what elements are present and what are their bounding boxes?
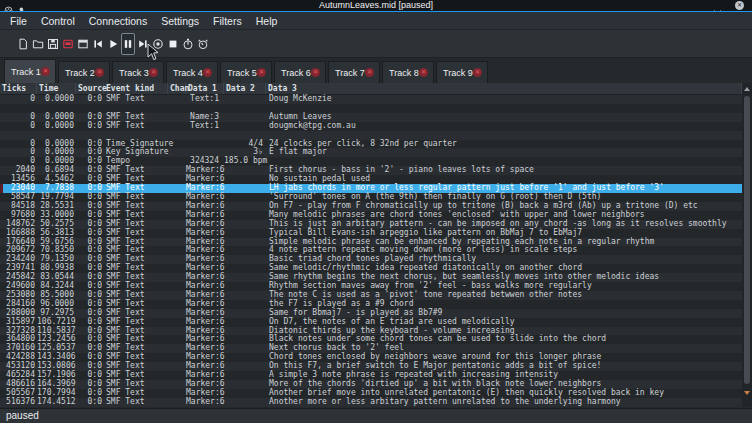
column-header-chan[interactable]: Chan <box>168 83 186 94</box>
tab-close-icon[interactable]: ✕ <box>203 68 212 77</box>
cell <box>224 255 266 264</box>
tab-label: Track 4 <box>167 68 203 78</box>
open-folder-icon <box>32 38 44 50</box>
cell <box>168 166 186 175</box>
player-window-icon <box>77 38 89 50</box>
status-text: paused <box>6 410 39 421</box>
save-file-button[interactable] <box>46 33 60 55</box>
tab-close-icon[interactable]: ✕ <box>473 68 482 77</box>
vertical-scrollbar[interactable] <box>742 83 752 407</box>
title-bar[interactable]: AutumnLeaves.mid [paused] ✕ <box>0 0 752 11</box>
column-header-data1[interactable]: Data 1 <box>186 83 224 94</box>
app-window: AutumnLeaves.mid [paused] ✕ FileControlC… <box>0 0 752 423</box>
tab-track-6[interactable]: Track 6✕ <box>274 61 326 83</box>
cell <box>168 353 186 362</box>
pause-button[interactable] <box>121 33 135 55</box>
tab-label: Track 7 <box>329 68 365 78</box>
window-title: AutumnLeaves.mid [paused] <box>0 0 752 11</box>
table-row[interactable]: 516376174.45120:0SMF TextMarker:6Another… <box>0 398 742 407</box>
play-button[interactable] <box>106 33 120 55</box>
scroll-down-icon[interactable] <box>744 391 750 395</box>
tab-close-icon[interactable]: ✕ <box>95 68 104 77</box>
metronome-button[interactable] <box>196 33 210 55</box>
cell <box>168 202 186 211</box>
tab-close-icon[interactable]: ✕ <box>419 68 428 77</box>
cell <box>168 380 186 389</box>
cell: Text:1 <box>186 122 224 131</box>
scroll-up-icon[interactable] <box>744 87 750 91</box>
cell: SMF Text <box>104 122 168 131</box>
cell: Doug McKenzie <box>266 95 742 104</box>
menu-connections[interactable]: Connections <box>82 12 154 30</box>
stop-icon <box>167 38 179 50</box>
play-icon <box>107 38 119 50</box>
skip-backward-button[interactable] <box>91 33 105 55</box>
menu-file[interactable]: File <box>3 12 34 30</box>
tab-close-icon[interactable]: ✕ <box>311 68 320 77</box>
menu-filters[interactable]: Filters <box>206 12 249 30</box>
tab-track-7[interactable]: Track 7✕ <box>328 61 380 83</box>
tab-track-9[interactable]: Track 9✕ <box>436 61 488 83</box>
tab-track-1[interactable]: Track 1✕ <box>4 59 56 83</box>
menu-help[interactable]: Help <box>249 12 285 30</box>
cell <box>168 264 186 273</box>
panic-button[interactable] <box>61 33 75 55</box>
table-row[interactable]: 00.00000:0SMF TextText:1dougmck@tpg.com.… <box>0 122 742 131</box>
close-icon[interactable]: ✕ <box>735 1 744 10</box>
column-header-source[interactable]: Source <box>76 83 104 94</box>
cell <box>168 362 186 371</box>
column-header-data2[interactable]: Data 2 <box>224 83 266 94</box>
cell: 185.0 bpm <box>224 157 266 166</box>
tab-label: Track 8 <box>383 68 419 78</box>
cell <box>224 104 266 113</box>
tab-close-icon[interactable]: ✕ <box>365 68 374 77</box>
player-window-button[interactable] <box>76 33 90 55</box>
table-row[interactable]: 00.00000:0SMF TextText:1Doug McKenzie <box>0 95 742 104</box>
stopwatch-button[interactable] <box>181 33 195 55</box>
mouse-cursor <box>147 44 159 61</box>
cell <box>224 344 266 353</box>
cell: 0.0000 <box>37 122 76 131</box>
column-header-event-kind[interactable]: Event kind <box>104 83 168 94</box>
column-header-time[interactable]: Time <box>37 83 76 94</box>
cell <box>224 122 266 131</box>
menu-settings[interactable]: Settings <box>154 12 206 30</box>
save-icon <box>47 38 59 50</box>
new-file-button[interactable] <box>16 33 30 55</box>
cell: 0:0 <box>76 398 104 407</box>
cell: 0:0 <box>76 122 104 131</box>
cell: 516376 <box>0 398 37 407</box>
cell: 24 clocks per click, 8 32nd per quarter <box>266 140 742 149</box>
cell <box>168 175 186 184</box>
cell: 0.0000 <box>37 95 76 104</box>
cell <box>168 255 186 264</box>
tab-label: Track 6 <box>275 68 311 78</box>
cell: Marker:6 <box>186 398 224 407</box>
cell <box>224 353 266 362</box>
toolbar <box>0 30 752 58</box>
open-file-button[interactable] <box>31 33 45 55</box>
cell <box>224 113 266 122</box>
tab-close-icon[interactable]: ✕ <box>149 68 158 77</box>
column-header-data3[interactable]: Data 3 <box>266 83 742 94</box>
stop-button[interactable] <box>166 33 180 55</box>
cell: 0 <box>0 122 37 131</box>
tab-track-3[interactable]: Track 3✕ <box>112 61 164 83</box>
cell <box>224 318 266 327</box>
tab-track-5[interactable]: Track 5✕ <box>220 61 272 83</box>
tab-close-icon[interactable]: ✕ <box>41 67 50 76</box>
tab-track-2[interactable]: Track 2✕ <box>58 61 110 83</box>
tab-label: Track 5 <box>221 68 257 78</box>
menu-bar: FileControlConnectionsSettingsFiltersHel… <box>0 12 752 30</box>
tab-close-icon[interactable]: ✕ <box>257 68 266 77</box>
tab-track-4[interactable]: Track 4✕ <box>166 61 218 83</box>
cell <box>168 211 186 220</box>
scrollbar-thumb[interactable] <box>744 96 750 384</box>
cell: 174.4512 <box>37 398 76 407</box>
stopwatch-icon <box>182 38 194 50</box>
tab-track-8[interactable]: Track 8✕ <box>382 61 434 83</box>
cell <box>168 113 186 122</box>
column-header-ticks[interactable]: Ticks <box>0 83 37 94</box>
cell <box>168 157 186 166</box>
menu-control[interactable]: Control <box>34 12 82 30</box>
